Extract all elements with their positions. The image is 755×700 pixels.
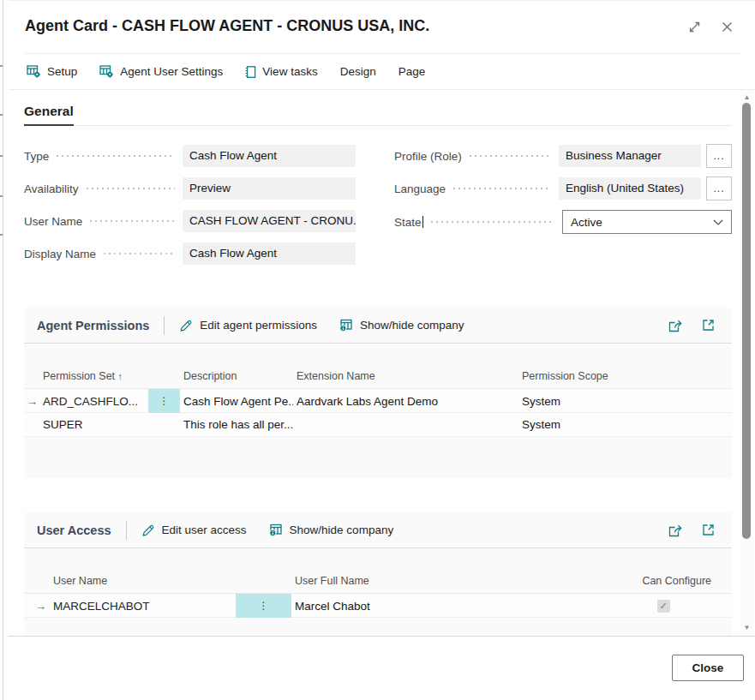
- user-access-table: User Name User Full Name Can Configure →…: [24, 548, 732, 637]
- can-configure-checkbox[interactable]: ✓: [657, 600, 670, 613]
- agent-permissions-title: Agent Permissions: [37, 319, 149, 332]
- share-icon: [668, 524, 684, 537]
- permission-set-cell[interactable]: SUPER: [39, 418, 148, 431]
- permission-scope-cell: System: [518, 395, 732, 408]
- scrollbar-thumb[interactable]: [742, 103, 751, 539]
- row-context-menu-button[interactable]: ⋮: [148, 389, 180, 413]
- table-empty-space: [24, 618, 732, 637]
- active-row-indicator-icon: →: [24, 395, 39, 408]
- user-full-name-cell: Marcel Chabot: [291, 600, 629, 613]
- user-access-panel: User Access Edit user access: [24, 512, 732, 637]
- agent-permissions-table-header: Permission Set ↑ Description Extension N…: [24, 363, 732, 389]
- dialog-content: General Type Cash Flow Agent Availabilit…: [9, 90, 755, 637]
- column-header-permission-scope[interactable]: Permission Scope: [518, 370, 732, 382]
- column-header-permission-set[interactable]: Permission Set ↑: [39, 370, 148, 382]
- toolbar-item-design[interactable]: Design: [340, 65, 376, 78]
- focus-mode-button[interactable]: [702, 524, 715, 536]
- table-gear-icon: [99, 64, 114, 79]
- user-access-table-header: User Name User Full Name Can Configure: [24, 568, 732, 594]
- divider: [126, 521, 127, 540]
- user-access-title: User Access: [37, 524, 111, 537]
- profile-role-assist-button[interactable]: ...: [706, 144, 732, 168]
- field-language: Language English (United States) ...: [394, 177, 732, 200]
- display-name-field[interactable]: Cash Flow Agent: [183, 242, 356, 265]
- user-name-field[interactable]: CASH FLOW AGENT - CRONU...: [183, 210, 356, 232]
- profile-role-field[interactable]: Business Manager: [559, 145, 701, 167]
- row-context-menu-button[interactable]: ⋮: [236, 594, 291, 618]
- permission-set-link[interactable]: ARD_CASHFLO...: [43, 395, 138, 408]
- column-header-description[interactable]: Description: [180, 370, 293, 382]
- user-name-link[interactable]: MARCELCHABOT: [53, 600, 150, 613]
- close-button[interactable]: Close: [672, 655, 744, 681]
- tasks-icon: [245, 65, 256, 79]
- resize-diagonal-icon: [686, 19, 703, 35]
- pencil-icon: [179, 319, 193, 332]
- scroll-area: General Type Cash Flow Agent Availabilit…: [9, 90, 739, 637]
- divider: [164, 316, 165, 335]
- field-label: User Name: [24, 215, 82, 228]
- vertical-scrollbar[interactable]: ▲ ▼: [740, 90, 754, 637]
- agent-permissions-panel: Agent Permissions Edit agent permissions: [24, 308, 732, 478]
- checkmark-icon: ✓: [659, 601, 667, 612]
- fields-left-column: Type Cash Flow Agent Availability Previe…: [24, 145, 356, 275]
- table-row: → MARCELCHABOT ⋮ Marcel Chabot ✓: [24, 594, 732, 618]
- share-button[interactable]: [668, 319, 684, 332]
- dotted-leader: [88, 220, 175, 222]
- toolbar-item-page[interactable]: Page: [398, 65, 426, 78]
- pencil-icon: [141, 524, 155, 537]
- dialog-titlebar: Agent Card - CASH FLOW AGENT - CRONUS US…: [9, 1, 755, 54]
- expand-dialog-button[interactable]: [685, 17, 704, 37]
- availability-field[interactable]: Preview: [183, 177, 356, 200]
- scrollbar-up-arrow[interactable]: ▲: [740, 93, 754, 103]
- column-header-user-name[interactable]: User Name: [50, 575, 236, 587]
- dotted-leader: [55, 155, 175, 157]
- field-label: Language: [394, 182, 446, 195]
- active-row-indicator-icon: →: [24, 600, 50, 613]
- share-button[interactable]: [668, 524, 684, 537]
- show-hide-company-button[interactable]: Show/hide company: [269, 524, 394, 536]
- field-display-name: Display Name Cash Flow Agent: [24, 242, 356, 265]
- type-field[interactable]: Cash Flow Agent: [183, 145, 356, 167]
- show-hide-company-button[interactable]: Show/hide company: [339, 319, 464, 332]
- state-dropdown[interactable]: Active: [562, 210, 732, 234]
- toolbar-item-label: View tasks: [262, 65, 317, 78]
- agent-permissions-table: Permission Set ↑ Description Extension N…: [24, 344, 732, 478]
- agent-card-dialog: Agent Card - CASH FLOW AGENT - CRONUS US…: [9, 0, 755, 700]
- sort-ascending-icon: ↑: [118, 371, 123, 381]
- edit-user-access-button[interactable]: Edit user access: [141, 524, 247, 537]
- toolbar-item-setup[interactable]: Setup: [27, 64, 77, 79]
- dotted-leader: [85, 188, 175, 189]
- field-label: Availability: [24, 182, 79, 195]
- language-assist-button[interactable]: ...: [706, 176, 732, 200]
- toolbar-item-label: Page: [398, 65, 426, 78]
- column-header-extension-name[interactable]: Extension Name: [293, 370, 518, 382]
- close-dialog-button[interactable]: [718, 18, 736, 36]
- user-access-header: User Access Edit user access: [24, 512, 732, 548]
- language-field[interactable]: English (United States): [559, 177, 701, 200]
- dotted-leader: [429, 221, 554, 223]
- field-label: Profile (Role): [394, 150, 462, 163]
- fields-right-column: Profile (Role) Business Manager ... Lang…: [394, 145, 732, 275]
- column-header-user-full-name[interactable]: User Full Name: [291, 575, 629, 587]
- scrollbar-down-arrow[interactable]: ▼: [740, 623, 754, 633]
- edit-agent-permissions-button[interactable]: Edit agent permissions: [179, 319, 317, 332]
- field-profile-role: Profile (Role) Business Manager ...: [394, 145, 732, 167]
- toolbar-item-agent-user-settings[interactable]: Agent User Settings: [99, 64, 223, 79]
- focus-mode-button[interactable]: [702, 319, 715, 332]
- field-type: Type Cash Flow Agent: [24, 145, 356, 167]
- general-section-heading: General: [24, 104, 732, 126]
- dialog-title: Agent Card - CASH FLOW AGENT - CRONUS US…: [25, 15, 429, 36]
- toolbar-item-view-tasks[interactable]: View tasks: [245, 65, 317, 79]
- expand-icon: [702, 319, 715, 332]
- agent-permissions-header: Agent Permissions Edit agent permissions: [24, 308, 732, 344]
- chevron-down-icon: [713, 219, 723, 225]
- toolbar-item-label: Agent User Settings: [120, 65, 223, 78]
- field-availability: Availability Preview: [24, 177, 356, 200]
- toolbar-item-label: Design: [340, 65, 376, 78]
- field-state: State Active: [394, 210, 732, 234]
- field-user-name: User Name CASH FLOW AGENT - CRONU...: [24, 210, 356, 232]
- share-icon: [668, 319, 684, 332]
- column-header-can-configure[interactable]: Can Configure: [629, 575, 732, 587]
- general-fields: Type Cash Flow Agent Availability Previe…: [24, 145, 732, 275]
- table-info-icon: [269, 524, 283, 536]
